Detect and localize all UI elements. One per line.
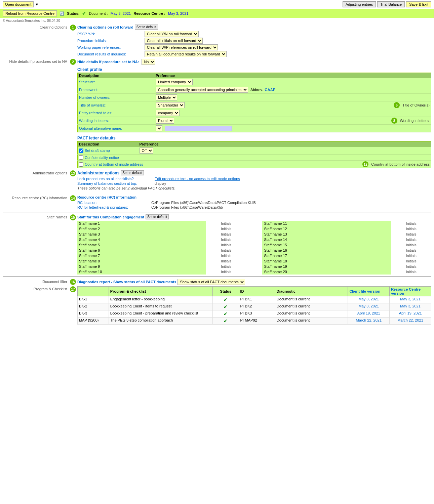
prog-col-id-header	[78, 287, 109, 296]
doc-results-value[interactable]: Retain all documented results on roll fo…	[145, 51, 227, 57]
staff-name-left-9[interactable]	[77, 269, 206, 275]
framework-select[interactable]: Canadian generally accepted accounting p…	[156, 87, 248, 93]
staff-name-left-1[interactable]	[77, 226, 206, 232]
entity-referred-value-cell[interactable]: company	[154, 109, 431, 117]
spacer-6	[246, 253, 263, 258]
staff-name-left-2[interactable]	[77, 232, 206, 237]
top-bar: Open document ▼ Adjusting entries Trial …	[0, 0, 434, 9]
hide-details-select[interactable]: No	[142, 59, 155, 65]
structure-select[interactable]: Limited company	[156, 79, 193, 85]
staff-name-left-3[interactable]	[77, 237, 206, 242]
diagnostics-select[interactable]: Show status of all PACT documents	[177, 279, 245, 285]
staff-name-right-5[interactable]	[262, 248, 391, 253]
structure-value-cell[interactable]: Limited company	[154, 78, 431, 86]
staff-name-left-6[interactable]	[77, 253, 206, 258]
staff-name-left-7[interactable]	[77, 258, 206, 264]
entity-referred-select[interactable]: company	[156, 110, 180, 116]
doc-filter-number-area: 16	[70, 279, 77, 285]
spacer-0	[246, 221, 263, 226]
draft-stamp-value-cell[interactable]: Off	[138, 147, 431, 155]
top-bar-right: Adjusting entries Trial Balance Save & E…	[343, 1, 431, 7]
staff-name-right-1[interactable]	[262, 226, 391, 232]
staff-name-right-2[interactable]	[262, 232, 391, 237]
framework-value-cell[interactable]: Canadian generally accepted accounting p…	[154, 86, 431, 94]
staff-name-left-5[interactable]	[77, 248, 206, 253]
reload-button[interactable]: Reload from Resource Centre	[3, 10, 57, 16]
alt-name-select[interactable]	[156, 125, 162, 131]
spacer-3	[246, 237, 263, 242]
staff-name-right-0[interactable]	[262, 221, 391, 226]
staff-row-2: Initials Initials	[77, 232, 431, 237]
staff-name-right-7[interactable]	[262, 258, 391, 264]
staff-name-left-0[interactable]	[77, 221, 206, 226]
staff-name-right-4[interactable]	[262, 242, 391, 248]
resource-label: Resource Centre :	[133, 11, 165, 15]
staff-name-right-6[interactable]	[262, 253, 391, 258]
country-checkbox[interactable]	[79, 162, 83, 167]
wp-references-value[interactable]: Clear all W/P references on roll forward	[145, 44, 218, 50]
clearing-set-default-button[interactable]: Set to default	[135, 25, 158, 30]
psc-select[interactable]: Clear all Y/N on roll forward	[145, 31, 199, 37]
draft-stamp-checkbox[interactable]	[79, 149, 83, 153]
doc-filter-content: Diagnostics report - Show status of all …	[77, 279, 431, 285]
hide-details-label: Hide details if procedure set to NA:	[77, 60, 139, 64]
doc-filter-row: Document filter 16 Diagnostics report - …	[3, 279, 431, 285]
lock-procedures-label: Lock procedures on all checklists?	[77, 177, 155, 181]
staff-initials-right-5: Initials	[391, 248, 431, 253]
alt-name-row: Optional alternative name:	[78, 125, 431, 132]
wording-label-cell: Wording in letters:	[78, 117, 155, 125]
confidentiality-label: Confidentiality notice	[85, 156, 119, 160]
num-owners-select[interactable]: Multiple	[156, 94, 177, 100]
confidentiality-checkbox[interactable]	[79, 155, 83, 160]
draft-stamp-select[interactable]: Off	[140, 148, 153, 154]
adjusting-entries-button[interactable]: Adjusting entries	[343, 1, 376, 7]
staff-row-8: Initials Initials	[77, 264, 431, 269]
wording-right-label: Wording in letters:	[400, 119, 430, 123]
save-exit-button[interactable]: Save & Exit	[406, 1, 431, 7]
wording-value-cell: Plural 8 Wording in letters:	[154, 117, 431, 125]
trial-balance-button[interactable]: Trial Balance	[377, 1, 405, 7]
procedure-initials-label: Procedure initials:	[77, 39, 145, 43]
wording-select[interactable]: Plural	[156, 118, 174, 124]
procedure-initials-select[interactable]: Clear all initials on roll forward	[145, 38, 203, 44]
alt-name-input[interactable]	[165, 126, 232, 131]
prog-diagnostic-2: Document is current	[275, 310, 348, 318]
staff-initials-left-9: Initials	[206, 269, 246, 275]
staff-name-right-8[interactable]	[262, 264, 391, 269]
entity-referred-row: Entity referred to as: company	[78, 109, 431, 117]
edit-procedure-link[interactable]: Edit procedure text - no access to edit …	[155, 177, 240, 181]
prog-id-3: MAP (9200)	[78, 318, 109, 325]
rc-title: Resource centre (RC) information	[77, 195, 431, 199]
admin-set-default-button[interactable]: Set to default	[121, 170, 144, 175]
staff-row: Staff Names 15 Staff for this Compilatio…	[3, 214, 431, 275]
staff-name-left-4[interactable]	[77, 242, 206, 248]
rc-number-area: 14	[70, 195, 77, 201]
title-owners-row: Title of owner(s): Shareholder 6 Titl	[78, 101, 431, 109]
spacer-1	[246, 226, 263, 232]
wp-references-select[interactable]: Clear all W/P references on roll forward	[145, 44, 218, 50]
pact-spacer	[3, 134, 70, 135]
section-number-1: 1	[70, 25, 76, 31]
procedure-initials-row: Procedure initials: Clear all initials o…	[77, 38, 431, 44]
client-profile-table: Description Preference Structure:	[77, 73, 431, 132]
prog-row-1: BK-2 Bookkeeping Client - items to reque…	[78, 303, 431, 310]
cp-desc-header: Description	[78, 73, 155, 79]
rc-letterhead-row: RC for letterhead & signatures: C:\Progr…	[77, 205, 431, 209]
staff-title: Staff for this Compilation engagement	[77, 215, 144, 219]
prog-diagnostic-0: Document is current	[275, 296, 348, 303]
staff-set-default-button[interactable]: Set to default	[146, 214, 169, 219]
title-owners-select[interactable]: Shareholder	[156, 102, 185, 108]
procedure-initials-value[interactable]: Clear all initials on roll forward	[145, 38, 203, 44]
staff-name-left-8[interactable]	[77, 264, 206, 269]
psc-value[interactable]: Clear all Y/N on roll forward	[145, 31, 199, 37]
alt-name-value-cell[interactable]	[154, 125, 431, 132]
staff-name-right-3[interactable]	[262, 237, 391, 242]
doc-results-select[interactable]: Retain all documented results on roll fo…	[145, 51, 227, 57]
num-owners-value-cell[interactable]: Multiple	[154, 94, 431, 101]
staff-name-right-9[interactable]	[262, 269, 391, 275]
pact-desc-header: Description	[78, 141, 138, 147]
framework-row: Framework: Canadian generally accepted a…	[78, 86, 431, 94]
open-document-button[interactable]: Open document	[3, 1, 34, 7]
prog-id-0: BK-1	[78, 296, 109, 303]
title-owners-field-label: Title of owner(s):	[79, 103, 107, 107]
